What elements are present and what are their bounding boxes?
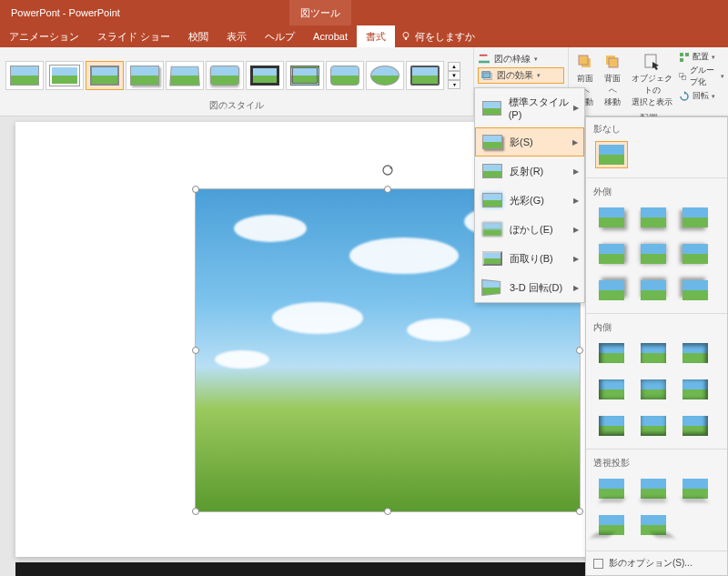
selection-pane-icon: [643, 53, 662, 71]
picture-effects-dropdown[interactable]: 図の効果 ▾: [478, 67, 564, 84]
rotation3d-icon: [481, 279, 500, 296]
shadow-persp-3[interactable]: [679, 475, 712, 502]
tab-format[interactable]: 書式: [357, 25, 395, 47]
shadow-outer-7[interactable]: [595, 277, 628, 304]
svg-rect-11: [685, 53, 689, 56]
effects-item-glow[interactable]: 光彩(G)▶: [475, 186, 584, 215]
rotate-dropdown[interactable]: 回転▾: [679, 90, 724, 102]
align-icon: [679, 52, 690, 63]
shadow-icon: [482, 135, 502, 149]
shadow-persp-1[interactable]: [595, 475, 628, 502]
ribbon: ▲ ▼ ▾ 図のスタイル 図の枠線 ▾ 図の効果 ▾ 前面へ 移動 背面: [0, 47, 728, 116]
slide-edge-shadow: [15, 562, 589, 576]
style-thumb-9[interactable]: [326, 61, 364, 90]
chevron-right-icon: ▶: [573, 284, 579, 292]
shadow-inner-4[interactable]: [595, 376, 628, 403]
chevron-right-icon: ▶: [573, 197, 579, 205]
style-thumb-6[interactable]: [206, 61, 244, 90]
shadow-options-button[interactable]: 影のオプション(S)...: [586, 551, 727, 575]
preset-icon: [482, 101, 501, 116]
styles-expand[interactable]: ▾: [448, 80, 460, 89]
tab-slideshow[interactable]: スライド ショー: [88, 25, 179, 47]
shadow-inner-7[interactable]: [595, 412, 628, 440]
style-thumb-11[interactable]: [406, 61, 444, 90]
style-thumb-4[interactable]: [126, 61, 164, 90]
tab-help[interactable]: ヘルプ: [256, 25, 304, 47]
style-thumb-5[interactable]: [166, 61, 204, 90]
effects-item-3drotation[interactable]: 3-D 回転(D)▶: [475, 273, 584, 302]
shadow-inner-2[interactable]: [637, 339, 670, 367]
effects-item-softedge[interactable]: ぼかし(E)▶: [475, 215, 584, 244]
shadow-outer-2[interactable]: [637, 204, 670, 231]
pencil-icon: [478, 54, 490, 65]
arrange-group: 前面へ 移動 背面へ 移動 オブジェクトの 選択と表示 配置▾ グループ化▾: [569, 47, 728, 116]
shadow-outer-3[interactable]: [679, 204, 712, 231]
shadow-inner-3[interactable]: [679, 339, 712, 367]
style-thumb-3[interactable]: [86, 61, 124, 90]
bring-forward-icon: [576, 53, 594, 71]
resize-handle-se[interactable]: [576, 508, 583, 515]
selection-pane-button[interactable]: オブジェクトの 選択と表示: [627, 51, 677, 110]
shadow-perspective-label: 透視投影: [586, 451, 727, 471]
shadow-inner-8[interactable]: [637, 412, 670, 440]
style-thumb-8[interactable]: [286, 61, 324, 90]
shadow-outer-9[interactable]: [679, 277, 712, 304]
shadow-inner-6[interactable]: [679, 376, 712, 403]
shadow-inner-5[interactable]: [637, 376, 670, 403]
picture-styles-group: ▲ ▼ ▾ 図のスタイル: [0, 47, 474, 116]
shadow-outer-6[interactable]: [679, 240, 712, 268]
effects-item-shadow[interactable]: 影(S)▶: [475, 127, 584, 157]
resize-handle-n[interactable]: [384, 186, 391, 193]
shadow-outer-label: 外側: [586, 180, 727, 200]
svg-rect-14: [682, 76, 686, 79]
reflection-icon: [482, 164, 502, 178]
style-thumb-7[interactable]: [246, 61, 284, 90]
effects-item-preset[interactable]: 標準スタイル(P)▶: [475, 88, 584, 127]
style-thumb-10[interactable]: [366, 61, 404, 90]
tell-me-search[interactable]: 何をしますか: [400, 30, 475, 44]
tab-review[interactable]: 校閲: [179, 25, 217, 47]
shadow-persp-4[interactable]: [595, 511, 628, 539]
shadow-none-label: 影なし: [586, 117, 727, 137]
shadow-outer-1[interactable]: [595, 204, 628, 231]
shadow-outer-8[interactable]: [637, 277, 670, 304]
tab-animation[interactable]: アニメーション: [0, 25, 88, 47]
style-thumb-1[interactable]: [5, 61, 44, 90]
chevron-right-icon: ▶: [572, 138, 578, 147]
styles-scroll-down[interactable]: ▼: [448, 71, 460, 80]
styles-group-label: 図のスタイル: [0, 97, 473, 116]
shadow-persp-5[interactable]: [637, 511, 670, 539]
styles-scroll-up[interactable]: ▲: [448, 62, 460, 71]
shadow-outer-4[interactable]: [595, 240, 628, 268]
shadow-persp-2[interactable]: [637, 475, 670, 502]
shadow-outer-5[interactable]: [637, 240, 670, 268]
shadow-inner-1[interactable]: [595, 339, 628, 367]
lightbulb-icon: [400, 31, 411, 42]
effects-item-bevel[interactable]: 面取り(B)▶: [475, 244, 584, 273]
picture-border-dropdown[interactable]: 図の枠線 ▾: [478, 51, 564, 67]
svg-rect-1: [405, 38, 407, 40]
softedge-icon: [482, 222, 502, 237]
resize-handle-w[interactable]: [192, 347, 199, 354]
shadow-none[interactable]: [595, 141, 628, 168]
effects-icon: [480, 70, 493, 81]
bevel-icon: [482, 251, 502, 266]
tab-acrobat[interactable]: Acrobat: [304, 25, 357, 47]
resize-handle-e[interactable]: [576, 347, 583, 354]
send-backward-button[interactable]: 背面へ 移動: [600, 51, 625, 110]
svg-point-0: [403, 33, 409, 38]
group-dropdown[interactable]: グループ化▾: [679, 65, 724, 88]
align-dropdown[interactable]: 配置▾: [679, 51, 724, 63]
shadow-inner-9[interactable]: [679, 412, 712, 440]
style-thumb-2[interactable]: [46, 61, 84, 90]
group-icon: [679, 71, 686, 82]
contextual-tab-label: 図ツール: [289, 0, 351, 25]
tab-view[interactable]: 表示: [217, 25, 256, 47]
resize-handle-sw[interactable]: [192, 508, 199, 515]
resize-handle-nw[interactable]: [192, 186, 199, 193]
effects-item-reflection[interactable]: 反射(R)▶: [475, 157, 584, 186]
ribbon-tabs: アニメーション スライド ショー 校閲 表示 ヘルプ Acrobat 書式 何を…: [0, 25, 728, 47]
chevron-down-icon: ▾: [537, 72, 541, 79]
resize-handle-s[interactable]: [384, 508, 391, 515]
rotate-handle[interactable]: [381, 164, 394, 177]
